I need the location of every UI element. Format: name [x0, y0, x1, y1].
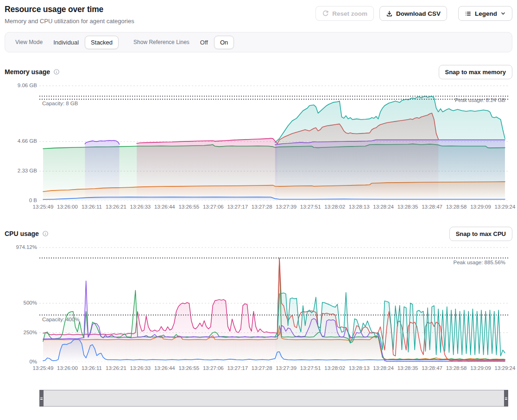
- series-teal-area: [275, 96, 505, 201]
- memory-section-header: Memory usage Snap to max memory: [5, 64, 512, 79]
- x-axis-label: 13:26:55: [175, 204, 203, 210]
- download-icon: [386, 10, 393, 17]
- view-controls-bar: View Mode Individual Stacked Show Refere…: [5, 32, 512, 52]
- brush-handle-left[interactable]: [39, 390, 44, 407]
- brush-handle-right[interactable]: [504, 390, 508, 407]
- show-reference-lines-label: Show Reference Lines: [133, 39, 189, 45]
- x-axis-label: 13:28:13: [345, 204, 373, 210]
- refline-label: Capacity: 8 GB: [42, 101, 78, 106]
- x-axis-label: 13:29:24: [491, 365, 517, 371]
- x-axis-label: 13:27:17: [224, 204, 252, 210]
- list-icon: [465, 10, 472, 17]
- x-axis-label: 13:26:44: [151, 204, 178, 210]
- series-purple-area: [85, 140, 119, 201]
- x-axis-label: 13:28:35: [394, 204, 422, 210]
- legend-button[interactable]: Legend: [458, 6, 512, 21]
- x-axis-label: 13:29:09: [467, 365, 495, 371]
- y-axis-label: 974.12%: [5, 244, 37, 250]
- x-axis-label: 13:29:09: [467, 204, 495, 210]
- series-magenta-area: [137, 138, 277, 201]
- x-axis-label: 13:25:49: [29, 204, 57, 210]
- download-csv-button[interactable]: Download CSV: [379, 6, 447, 21]
- header-text: Resource usage over time Memory and CPU …: [5, 4, 134, 25]
- refline-label: Peak usage: 885.56%: [453, 260, 505, 265]
- cpu-section-title: CPU usage: [5, 230, 39, 237]
- x-axis-label: 13:26:21: [102, 204, 130, 210]
- x-axis-label: 13:26:55: [175, 365, 203, 371]
- y-axis-label: 4.66 GB: [5, 138, 37, 144]
- y-axis-label: 0%: [5, 359, 37, 364]
- cpu-plot-area[interactable]: Peak usage: 885.56%Capacity: 400%: [39, 244, 508, 362]
- view-mode-label: View Mode: [15, 39, 43, 45]
- x-axis-label: 13:27:28: [248, 204, 276, 210]
- page-subtitle: Memory and CPU utilization for agent cat…: [5, 18, 134, 25]
- y-axis-label: 0 B: [5, 197, 37, 203]
- x-axis-label: 13:27:39: [272, 204, 300, 210]
- cpu-chart: Peak usage: 885.56%Capacity: 400%974.12%…: [5, 244, 512, 375]
- x-axis-label: 13:28:35: [394, 365, 422, 371]
- header: Resource usage over time Memory and CPU …: [5, 4, 512, 25]
- reference-lines-off-button[interactable]: Off: [194, 36, 214, 49]
- download-csv-label: Download CSV: [396, 10, 441, 17]
- x-axis-label: 13:26:33: [126, 204, 154, 210]
- x-axis-label: 13:27:51: [296, 365, 324, 371]
- x-axis-label: 13:26:33: [126, 365, 154, 371]
- time-range-brush[interactable]: [39, 390, 508, 407]
- snap-to-max-cpu-button[interactable]: Snap to max CPU: [449, 227, 512, 241]
- memory-section-title: Memory usage: [5, 68, 50, 76]
- y-axis-label: 2.33 GB: [5, 168, 37, 173]
- x-axis-label: 13:28:13: [345, 365, 373, 371]
- x-axis-label: 13:26:00: [53, 204, 81, 210]
- memory-chart: Peak usage: 8.24 GBCapacity: 8 GB9.06 GB…: [5, 83, 512, 213]
- memory-plot-area[interactable]: Peak usage: 8.24 GBCapacity: 8 GB: [39, 83, 508, 201]
- reference-lines-on-button[interactable]: On: [214, 36, 234, 49]
- x-axis-label: 13:28:58: [442, 365, 470, 371]
- x-axis-label: 13:27:39: [272, 365, 300, 371]
- x-axis-label: 13:27:28: [248, 365, 276, 371]
- x-axis-label: 13:26:11: [78, 204, 106, 210]
- x-axis-label: 13:28:02: [321, 365, 349, 371]
- legend-label: Legend: [475, 10, 497, 17]
- cpu-section-header: CPU usage Snap to max CPU: [5, 226, 512, 241]
- x-axis-label: 13:26:44: [151, 365, 178, 371]
- x-axis-label: 13:27:06: [199, 204, 227, 210]
- view-mode-stacked-button[interactable]: Stacked: [85, 36, 119, 49]
- x-axis-label: 13:25:49: [29, 365, 57, 371]
- x-axis-label: 13:28:02: [321, 204, 349, 210]
- x-axis-label: 13:26:21: [102, 365, 130, 371]
- x-axis-label: 13:27:51: [296, 204, 324, 210]
- x-axis-label: 13:26:00: [53, 365, 81, 371]
- x-axis-label: 13:27:06: [199, 365, 227, 371]
- x-axis-label: 13:28:58: [442, 204, 470, 210]
- refline-label: Peak usage: 8.24 GB: [455, 97, 506, 103]
- y-axis-label: 500%: [5, 300, 37, 305]
- info-icon[interactable]: [53, 69, 60, 75]
- resource-usage-dashboard: Resource usage over time Memory and CPU …: [0, 0, 517, 407]
- y-axis-label: 9.06 GB: [5, 83, 37, 88]
- refline-label: Capacity: 400%: [42, 317, 80, 322]
- chevron-down-icon: [500, 11, 506, 16]
- x-axis-label: 13:29:24: [491, 204, 517, 210]
- x-axis-label: 13:28:24: [370, 204, 397, 210]
- info-icon[interactable]: [42, 230, 49, 237]
- header-actions: Reset zoom Download CSV Legend: [315, 6, 512, 21]
- x-axis-label: 13:27:17: [224, 365, 252, 371]
- x-axis-label: 13:28:24: [370, 365, 397, 371]
- reset-zoom-button[interactable]: Reset zoom: [315, 6, 374, 21]
- x-axis-label: 13:28:47: [418, 365, 446, 371]
- reset-zoom-label: Reset zoom: [332, 10, 367, 17]
- page-title: Resource usage over time: [5, 5, 134, 14]
- x-axis-label: 13:26:11: [78, 365, 106, 371]
- view-mode-individual-button[interactable]: Individual: [47, 36, 85, 49]
- snap-to-max-memory-button[interactable]: Snap to max memory: [439, 65, 513, 79]
- y-axis-label: 250%: [5, 330, 37, 335]
- refresh-icon: [322, 10, 329, 17]
- x-axis-label: 13:28:47: [418, 204, 446, 210]
